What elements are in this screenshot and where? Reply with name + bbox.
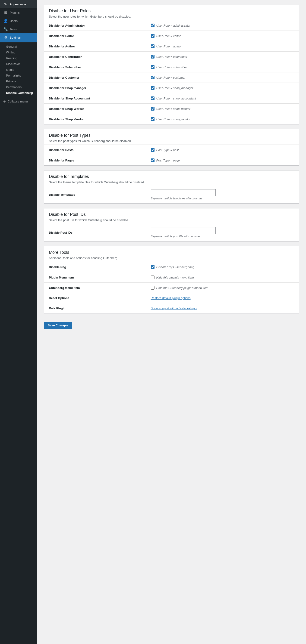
- collapse-menu-button[interactable]: ⊙ Collapse menu: [0, 98, 37, 105]
- checkbox-row-pages: Post Type = page: [151, 158, 294, 162]
- checkbox-row-author: User Role = author: [151, 44, 294, 48]
- section-more-tools-header: More Tools Additional tools and options …: [44, 246, 299, 262]
- appearance-icon: ✎: [3, 2, 8, 6]
- checkbox-plugin-menu[interactable]: [151, 276, 155, 279]
- section-more-tools: More Tools Additional tools and options …: [44, 246, 299, 314]
- checkbox-contributor[interactable]: [151, 55, 155, 58]
- sidebar-nav-users[interactable]: 👤 Users: [0, 17, 37, 25]
- section-post-types-desc: Select the post types for which Gutenber…: [49, 139, 294, 143]
- sidebar-nav-settings[interactable]: ⚙ Settings: [0, 33, 37, 42]
- section-user-roles-desc: Select the user roles for which Gutenber…: [49, 15, 294, 18]
- checkbox-row-shop-vendor: User Role = shop_vendor: [151, 117, 294, 121]
- rate-plugin-link[interactable]: Show support with a 5-star rating »: [151, 306, 197, 310]
- sidebar-item-privacy[interactable]: Privacy: [0, 78, 37, 84]
- table-row: Disable Templates Separate multiple temp…: [44, 186, 299, 203]
- row-label: Disable for Pages: [44, 155, 146, 166]
- sidebar-item-permalinks[interactable]: Permalinks: [0, 73, 37, 78]
- section-templates-desc: Select the theme template files for whic…: [49, 180, 294, 184]
- checkbox-label-plugin-menu: Hide this plugin's menu item: [156, 276, 194, 279]
- row-label: Disable for Administrator: [44, 20, 146, 31]
- row-label: Disable for Author: [44, 41, 146, 52]
- section-more-tools-desc: Additional tools and options for handlin…: [49, 256, 294, 260]
- sidebar-nav-tools[interactable]: 🔧 Tools: [0, 25, 37, 33]
- table-row: Disable for Author User Role = author: [44, 41, 299, 52]
- post-ids-table: Disable Post IDs Separate multiple post …: [44, 224, 299, 241]
- checkbox-row-customer: User Role = customer: [151, 76, 294, 79]
- checkbox-label-shop-vendor: User Role = shop_vendor: [156, 118, 191, 121]
- checkbox-row-contributor: User Role = contributor: [151, 55, 294, 58]
- checkbox-label-disable-nag: Disable "Try Gutenberg" nag: [156, 265, 194, 269]
- sidebar-item-writing[interactable]: Writing: [0, 50, 37, 55]
- sidebar-nav-appearance[interactable]: ✎ Appearance: [0, 0, 37, 8]
- table-row: Disable Nag Disable "Try Gutenberg" nag: [44, 262, 299, 272]
- checkbox-author[interactable]: [151, 44, 155, 48]
- table-row: Disable for Shop Accountant User Role = …: [44, 93, 299, 104]
- checkbox-row-shop-worker: User Role = shop_worker: [151, 107, 294, 110]
- checkbox-row-admin: User Role = administrator: [151, 24, 294, 27]
- row-label: Disable for Shop Worker: [44, 104, 146, 114]
- row-label: Plugin Menu Item: [44, 272, 146, 283]
- sidebar-nav-plugins[interactable]: ⊞ Plugins: [0, 8, 37, 17]
- sidebar-item-reading[interactable]: Reading: [0, 55, 37, 61]
- checkbox-label-shop-manager: User Role = shop_manager: [156, 86, 193, 90]
- table-row: Disable for Posts Post Type = post: [44, 145, 299, 155]
- checkbox-shop-vendor[interactable]: [151, 117, 155, 121]
- section-post-types-title: Disable for Post Types: [49, 133, 294, 138]
- table-row: Disable for Administrator User Role = ad…: [44, 20, 299, 31]
- checkbox-posts[interactable]: [151, 148, 155, 152]
- row-label: Disable for Subscriber: [44, 62, 146, 72]
- table-row: Disable for Customer User Role = custome…: [44, 72, 299, 83]
- row-label: Reset Options: [44, 293, 146, 303]
- checkbox-pages[interactable]: [151, 158, 155, 162]
- row-label: Disable for Shop manager: [44, 83, 146, 93]
- table-row: Plugin Menu Item Hide this plugin's menu…: [44, 272, 299, 283]
- checkbox-label-shop-accountant: User Role = shop_accountant: [156, 97, 196, 100]
- templates-hint: Separate multiple templates with commas: [151, 197, 294, 200]
- sidebar-item-perfmatters[interactable]: Perfmatters: [0, 84, 37, 90]
- sidebar-item-general[interactable]: General: [0, 44, 37, 50]
- table-row: Rate Plugin Show support with a 5-star r…: [44, 303, 299, 314]
- checkbox-editor[interactable]: [151, 34, 155, 38]
- checkbox-customer[interactable]: [151, 76, 155, 79]
- checkbox-admin[interactable]: [151, 24, 155, 27]
- main-content: Disable for User Roles Select the user r…: [37, 0, 306, 644]
- checkbox-gutenberg-menu[interactable]: [151, 286, 155, 290]
- row-label: Disable Nag: [44, 262, 146, 272]
- checkbox-label-gutenberg-menu: Hide the Gutenberg plugin's menu item: [156, 286, 209, 290]
- checkbox-shop-manager[interactable]: [151, 86, 155, 90]
- table-row: Disable for Shop manager User Role = sho…: [44, 83, 299, 93]
- templates-input[interactable]: [151, 189, 216, 196]
- section-user-roles-header: Disable for User Roles Select the user r…: [44, 5, 299, 20]
- table-row: Gutenberg Menu Item Hide the Gutenberg p…: [44, 283, 299, 293]
- checkbox-disable-nag[interactable]: [151, 265, 155, 269]
- checkbox-label-contributor: User Role = contributor: [156, 55, 187, 58]
- restore-defaults-link[interactable]: Restore default plugin options: [151, 296, 191, 300]
- post-ids-input[interactable]: [151, 227, 216, 234]
- checkbox-label-pages: Post Type = page: [156, 159, 180, 162]
- more-tools-table: Disable Nag Disable "Try Gutenberg" nag …: [44, 262, 299, 313]
- save-changes-button[interactable]: Save Changes: [44, 322, 72, 329]
- checkbox-shop-accountant[interactable]: [151, 96, 155, 100]
- sidebar-item-disable-gutenberg[interactable]: Disable Gutenberg: [0, 90, 37, 96]
- checkbox-label-posts: Post Type = post: [156, 148, 179, 152]
- table-row: Disable for Contributor User Role = cont…: [44, 52, 299, 62]
- sidebar-item-media[interactable]: Media: [0, 67, 37, 73]
- checkbox-subscriber[interactable]: [151, 65, 155, 69]
- row-label: Disable for Contributor: [44, 52, 146, 62]
- tools-icon: 🔧: [3, 27, 8, 31]
- checkbox-row-plugin-menu: Hide this plugin's menu item: [151, 276, 294, 279]
- row-label: Disable for Customer: [44, 72, 146, 83]
- users-icon: 👤: [3, 19, 8, 23]
- sidebar-item-discussion[interactable]: Discussion: [0, 61, 37, 67]
- checkbox-shop-worker[interactable]: [151, 107, 155, 110]
- checkbox-row-shop-accountant: User Role = shop_accountant: [151, 96, 294, 100]
- post-types-table: Disable for Posts Post Type = post Disab…: [44, 145, 299, 166]
- sidebar-divider: [0, 42, 37, 43]
- row-label: Disable Post IDs: [44, 224, 146, 241]
- sidebar: ✎ Appearance ⊞ Plugins 👤 Users 🔧 Tools ⚙…: [0, 0, 37, 644]
- checkbox-label-customer: User Role = customer: [156, 76, 186, 79]
- table-row: Disable for Subscriber User Role = subsc…: [44, 62, 299, 72]
- settings-icon: ⚙: [3, 36, 8, 40]
- active-indicator: [23, 36, 25, 39]
- row-label: Disable for Shop Accountant: [44, 93, 146, 104]
